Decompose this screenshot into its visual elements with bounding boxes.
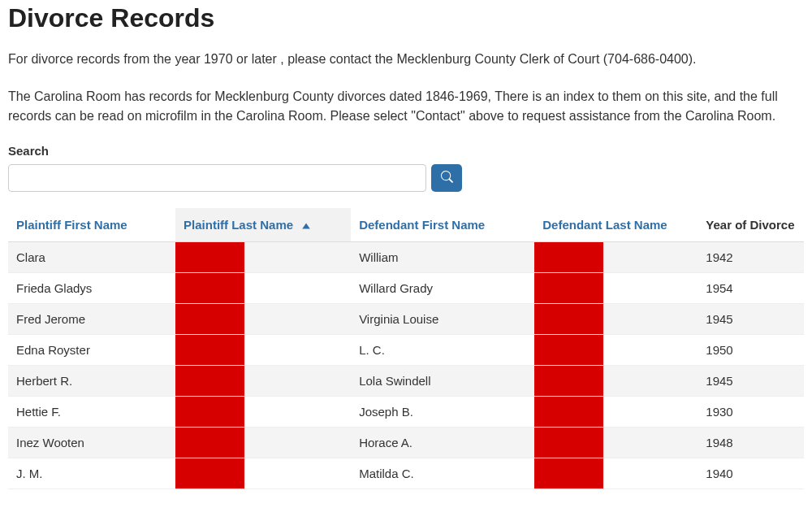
cell-defendant-first: Horace A. <box>351 428 534 458</box>
cell-plaintiff-first: J. M. <box>8 458 175 489</box>
cell-year: 1942 <box>698 242 804 273</box>
cell-plaintiff-last-redacted <box>175 242 351 273</box>
cell-year: 1954 <box>698 273 804 304</box>
intro-paragraph-1: For divorce records from the year 1970 o… <box>8 50 804 69</box>
table-row: ClaraWilliam1942 <box>8 242 804 273</box>
cell-plaintiff-last-redacted <box>175 304 351 335</box>
cell-defendant-first: Joseph B. <box>351 397 534 428</box>
table-row: Hettie F.Joseph B.1930 <box>8 397 804 428</box>
col-defendant-first[interactable]: Defendant First Name <box>351 208 534 242</box>
table-row: Inez WootenHorace A.1948 <box>8 428 804 458</box>
search-label: Search <box>8 144 804 158</box>
search-row <box>8 164 804 192</box>
cell-plaintiff-last-redacted <box>175 397 351 428</box>
table-header-row: Plaintiff First Name Plaintiff Last Name… <box>8 208 804 242</box>
col-label: Year of Divorce <box>706 218 794 232</box>
table-row: Edna RoysterL. C.1950 <box>8 335 804 366</box>
col-defendant-last[interactable]: Defendant Last Name <box>534 208 698 242</box>
cell-defendant-last-redacted <box>534 242 698 273</box>
search-input[interactable] <box>8 164 426 192</box>
cell-defendant-last-redacted <box>534 428 698 458</box>
cell-year: 1945 <box>698 304 804 335</box>
cell-defendant-last-redacted <box>534 273 698 304</box>
cell-plaintiff-first: Clara <box>8 242 175 273</box>
cell-plaintiff-last-redacted <box>175 428 351 458</box>
cell-plaintiff-first: Fred Jerome <box>8 304 175 335</box>
cell-defendant-first: L. C. <box>351 335 534 366</box>
cell-defendant-first: William <box>351 242 534 273</box>
cell-year: 1950 <box>698 335 804 366</box>
cell-plaintiff-last-redacted <box>175 458 351 489</box>
search-icon <box>441 171 453 185</box>
cell-year: 1940 <box>698 458 804 489</box>
cell-year: 1948 <box>698 428 804 458</box>
table-row: Fred JeromeVirginia Louise1945 <box>8 304 804 335</box>
cell-year: 1930 <box>698 397 804 428</box>
cell-defendant-first: Virginia Louise <box>351 304 534 335</box>
cell-defendant-first: Lola Swindell <box>351 366 534 397</box>
page-title: Divorce Records <box>8 3 804 33</box>
col-label: Defendant First Name <box>359 218 485 232</box>
cell-defendant-last-redacted <box>534 335 698 366</box>
col-plaintiff-last[interactable]: Plaintiff Last Name <box>175 208 351 242</box>
records-table: Plaintiff First Name Plaintiff Last Name… <box>8 208 804 489</box>
cell-plaintiff-last-redacted <box>175 366 351 397</box>
cell-defendant-last-redacted <box>534 304 698 335</box>
cell-defendant-last-redacted <box>534 397 698 428</box>
cell-plaintiff-last-redacted <box>175 335 351 366</box>
cell-defendant-last-redacted <box>534 366 698 397</box>
cell-plaintiff-first: Frieda Gladys <box>8 273 175 304</box>
col-label: Plaintiff First Name <box>16 218 127 232</box>
cell-plaintiff-first: Herbert R. <box>8 366 175 397</box>
cell-year: 1945 <box>698 366 804 397</box>
cell-defendant-first: Matilda C. <box>351 458 534 489</box>
col-year[interactable]: Year of Divorce <box>698 208 804 242</box>
table-row: Frieda GladysWillard Grady1954 <box>8 273 804 304</box>
cell-plaintiff-first: Inez Wooten <box>8 428 175 458</box>
intro-paragraph-2: The Carolina Room has records for Meckle… <box>8 87 804 126</box>
cell-defendant-first: Willard Grady <box>351 273 534 304</box>
cell-plaintiff-first: Edna Royster <box>8 335 175 366</box>
col-plaintiff-first[interactable]: Plaintiff First Name <box>8 208 175 242</box>
col-label: Plaintiff Last Name <box>184 218 293 232</box>
cell-plaintiff-first: Hettie F. <box>8 397 175 428</box>
table-row: Herbert R.Lola Swindell1945 <box>8 366 804 397</box>
col-label: Defendant Last Name <box>542 218 667 232</box>
sort-asc-icon <box>301 218 311 232</box>
cell-plaintiff-last-redacted <box>175 273 351 304</box>
search-button[interactable] <box>431 164 462 192</box>
cell-defendant-last-redacted <box>534 458 698 489</box>
table-row: J. M.Matilda C.1940 <box>8 458 804 489</box>
